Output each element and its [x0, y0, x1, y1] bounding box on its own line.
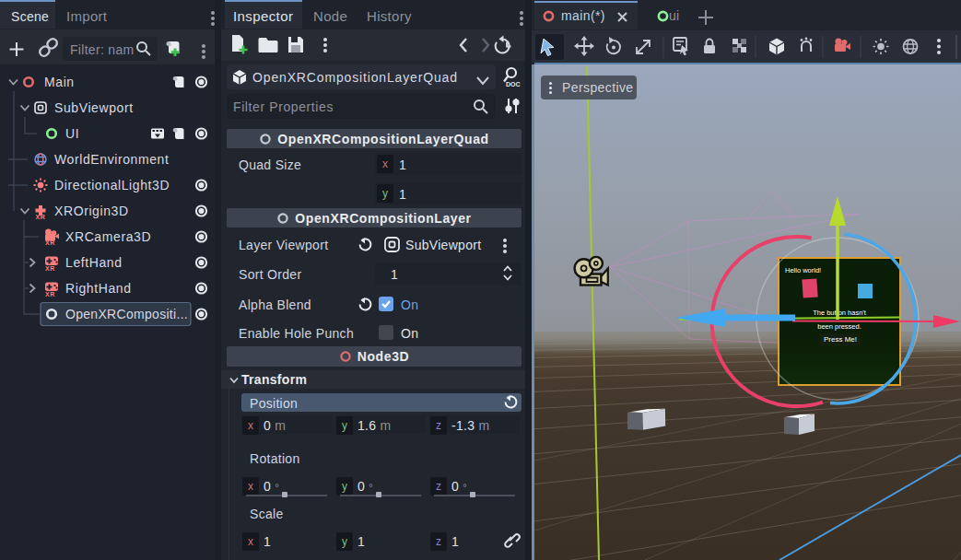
svg-text:DOC: DOC [506, 81, 521, 88]
svg-text:SubViewport: SubViewport [54, 100, 134, 115]
svg-text:XR: XR [36, 214, 46, 220]
svg-text:XR: XR [45, 291, 55, 298]
svg-text:XR: XR [45, 239, 55, 246]
svg-text:LeftHand: LeftHand [65, 255, 123, 270]
svg-text:XROrigin3D: XROrigin3D [54, 204, 129, 218]
svg-text:RightHand: RightHand [65, 281, 132, 296]
svg-text:Main: Main [44, 75, 75, 89]
svg-text:XRCamera3D: XRCamera3D [65, 229, 151, 244]
svg-text:DirectionalLight3D: DirectionalLight3D [54, 178, 170, 192]
svg-text:WorldEnvironment: WorldEnvironment [54, 152, 170, 167]
svg-text:UI: UI [65, 126, 79, 141]
svg-text:OpenXRCompositi...: OpenXRCompositi... [65, 307, 188, 321]
svg-text:XR: XR [45, 265, 55, 272]
